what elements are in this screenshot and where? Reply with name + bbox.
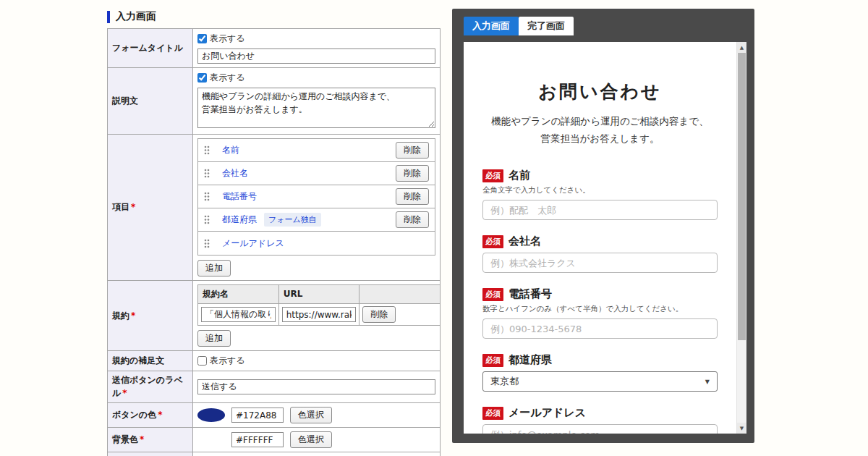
terms-note-visible-checkbox[interactable] xyxy=(197,356,207,366)
delete-item-button[interactable]: 削除 xyxy=(396,165,429,182)
row-label-button-color: ボタンの色* xyxy=(108,403,193,428)
name-input[interactable] xyxy=(482,200,718,220)
required-asterisk: * xyxy=(140,434,144,444)
section-accent-bar xyxy=(107,11,110,23)
row-submit-label: 送信ボタンのラベル* xyxy=(108,371,441,403)
phone-input[interactable] xyxy=(482,318,718,339)
field-email: 必須 メールアドレス xyxy=(482,406,718,434)
form-title-visible: 表示する xyxy=(197,33,435,45)
add-terms-button[interactable]: 追加 xyxy=(197,330,231,347)
item-row-phone: 電話番号 削除 xyxy=(198,185,435,208)
terms-action-header xyxy=(359,285,441,304)
form-description-line2: 営業担当がお答えします。 xyxy=(541,132,660,144)
delete-item-button[interactable]: 削除 xyxy=(396,142,429,159)
item-row-email: メールアドレス xyxy=(198,232,435,255)
field-name: 必須 名前 全角文字で入力してください。 xyxy=(482,169,718,220)
terms-note-visible: 表示する xyxy=(197,355,435,367)
tab-complete-screen[interactable]: 完了画面 xyxy=(519,17,574,35)
form-fields: 必須 名前 全角文字で入力してください。 必須 会社名 必須 xyxy=(482,169,718,434)
item-link-company[interactable]: 会社名 xyxy=(222,167,248,180)
row-label-text: 背景色 xyxy=(112,434,138,444)
tab-input-screen[interactable]: 入力画面 xyxy=(464,17,519,35)
editor-panel: 入力画面 フォームタイトル 表示する 説明文 表示する 機能やプランの詳細から xyxy=(107,10,441,456)
drag-handle-icon[interactable] xyxy=(204,239,210,248)
item-link-prefecture[interactable]: 都道府県 xyxy=(222,214,257,226)
preview-frame: 入力画面 完了画面 お問い合わせ 機能やプランの詳細から運用のご相談内容まで、 … xyxy=(452,9,754,443)
field-note: 数字とハイフンのみ（すべて半角）で入力してください。 xyxy=(482,304,718,314)
row-label-description: 説明文 xyxy=(108,68,193,135)
add-item-button[interactable]: 追加 xyxy=(197,260,231,276)
button-color-hex-input[interactable] xyxy=(231,408,284,423)
required-asterisk: * xyxy=(131,311,135,321)
row-terms-note: 規約の補足文 表示する xyxy=(108,351,441,371)
item-row-name: 名前 削除 xyxy=(198,139,435,162)
email-input[interactable] xyxy=(482,424,718,434)
item-link-email[interactable]: メールアドレス xyxy=(222,237,284,250)
row-form-title: フォームタイトル 表示する xyxy=(108,29,441,68)
checkbox-label: 表示する xyxy=(210,355,245,367)
row-terms: 規約* 規約名 URL 削除 追加 xyxy=(108,281,441,351)
required-badge: 必須 xyxy=(482,235,503,248)
preview-area: お問い合わせ 機能やプランの詳細から運用のご相談内容まで、 営業担当がお答えしま… xyxy=(464,42,746,434)
field-company: 必須 会社名 xyxy=(482,235,718,273)
preview-scrollbar[interactable]: ▲ ▼ xyxy=(736,42,746,434)
scroll-down-icon[interactable]: ▼ xyxy=(737,423,746,434)
item-row-prefecture: 都道府県 フォーム独自 削除 xyxy=(198,208,435,232)
description-textarea[interactable]: 機能やプランの詳細から運用のご相談内容まで、 営業担当がお答えします。 xyxy=(197,88,435,128)
field-prefecture: 必須 都道府県 東京都 ▼ xyxy=(482,353,718,392)
row-label-text: 項目 xyxy=(112,202,129,212)
form-title: お問い合わせ xyxy=(482,80,718,104)
background-color-picker-button[interactable]: 色選択 xyxy=(290,431,332,448)
row-label-terms-note: 規約の補足文 xyxy=(108,351,193,371)
terms-row: 削除 xyxy=(198,304,441,326)
field-label: 名前 xyxy=(509,169,530,182)
description-visible: 表示する xyxy=(197,72,435,84)
form-title-input[interactable] xyxy=(197,48,435,64)
description-visible-checkbox[interactable] xyxy=(197,73,207,83)
delete-item-button[interactable]: 削除 xyxy=(396,211,429,228)
field-label: メールアドレス xyxy=(509,406,586,420)
form-title-visible-checkbox[interactable] xyxy=(197,34,207,43)
row-label-background-color: 背景色* xyxy=(108,428,193,452)
delete-terms-button[interactable]: 削除 xyxy=(362,306,396,323)
form-description-line1: 機能やプランの詳細から運用のご相談内容まで、 xyxy=(491,115,708,127)
section-header: 入力画面 xyxy=(107,10,441,23)
delete-item-button[interactable]: 削除 xyxy=(396,188,429,205)
required-asterisk: * xyxy=(131,202,135,212)
submit-label-input[interactable] xyxy=(197,379,435,394)
item-link-phone[interactable]: 電話番号 xyxy=(222,190,257,203)
scroll-thumb[interactable] xyxy=(738,53,746,340)
row-label-text: 説明文 xyxy=(112,96,138,106)
terms-url-header: URL xyxy=(278,285,359,304)
drag-handle-icon[interactable] xyxy=(204,169,210,178)
required-badge: 必須 xyxy=(482,288,503,301)
field-label: 都道府県 xyxy=(509,353,552,367)
checkbox-label: 表示する xyxy=(210,33,245,45)
chevron-down-icon: ▼ xyxy=(705,379,710,385)
item-link-name[interactable]: 名前 xyxy=(222,144,239,156)
row-description: 説明文 表示する 機能やプランの詳細から運用のご相談内容まで、 営業担当がお答え… xyxy=(108,68,441,135)
row-label-terms: 規約* xyxy=(108,281,193,351)
company-input[interactable] xyxy=(482,253,718,273)
background-color-swatch xyxy=(197,433,225,447)
row-label-text: フォームタイトル xyxy=(112,43,183,53)
background-color-hex-input[interactable] xyxy=(231,432,284,447)
scroll-up-icon[interactable]: ▲ xyxy=(737,42,746,53)
form-specific-badge: フォーム独自 xyxy=(264,213,321,227)
terms-name-input[interactable] xyxy=(201,307,276,322)
required-asterisk: * xyxy=(122,388,127,398)
drag-handle-icon[interactable] xyxy=(204,145,210,155)
row-background-color: 背景色* 色選択 xyxy=(108,428,441,452)
terms-url-input[interactable] xyxy=(282,307,357,322)
drag-handle-icon[interactable] xyxy=(204,215,210,224)
row-label-blank-answer: 空白回答時の データベース項目の 処理方法* xyxy=(108,452,193,456)
item-row-company: 会社名 削除 xyxy=(198,162,435,185)
button-color-picker-button[interactable]: 色選択 xyxy=(290,407,332,423)
row-label-text: 規約の補足文 xyxy=(112,355,164,366)
form-description: 機能やプランの詳細から運用のご相談内容まで、 営業担当がお答えします。 xyxy=(482,113,718,147)
section-title: 入力画面 xyxy=(116,10,156,23)
field-phone: 必須 電話番号 数字とハイフンのみ（すべて半角）で入力してください。 xyxy=(482,287,718,339)
row-button-color: ボタンの色* 色選択 xyxy=(108,403,441,428)
prefecture-select[interactable]: 東京都 ▼ xyxy=(482,371,718,392)
drag-handle-icon[interactable] xyxy=(204,192,210,201)
